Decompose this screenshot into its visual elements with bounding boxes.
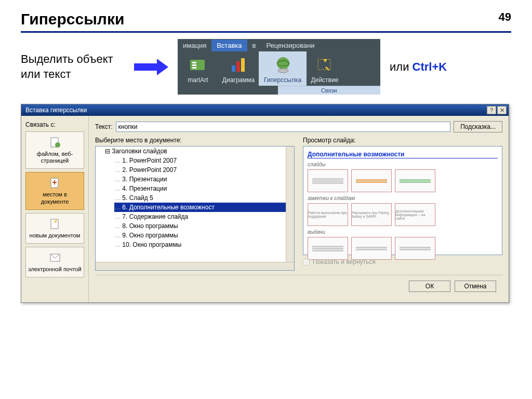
svg-rect-3 xyxy=(192,67,196,69)
svg-marker-11 xyxy=(325,66,329,71)
svg-point-14 xyxy=(55,142,60,148)
svg-rect-16 xyxy=(51,219,58,229)
globe-link-icon xyxy=(273,56,292,74)
linkto-label: Связать с: xyxy=(25,121,84,128)
svg-rect-1 xyxy=(192,62,196,63)
ribbon-hyperlink[interactable]: Гиперссылка xyxy=(259,51,307,86)
ribbon-hyperlink-label: Гиперссылка xyxy=(264,76,301,84)
or-shortcut: или Ctrl+K xyxy=(390,60,447,74)
cancel-button[interactable]: Отмена xyxy=(455,281,496,292)
tree-item[interactable]: 3. Презентации xyxy=(114,175,294,184)
ribbon-chart[interactable]: Диаграмма xyxy=(218,51,259,86)
tree-item[interactable]: 4. Презентации xyxy=(114,184,294,193)
svg-rect-6 xyxy=(241,58,245,72)
text-label: Текст: xyxy=(95,123,113,130)
ok-button[interactable]: ОК xyxy=(409,281,450,292)
tree-scrollbar-x[interactable] xyxy=(96,262,294,270)
tree-item[interactable]: 10. Окно программы xyxy=(114,240,294,249)
email-icon xyxy=(49,251,61,264)
dialog-title: Вставка гиперссылки xyxy=(25,107,87,114)
ribbon-smartart-label: martArt xyxy=(188,76,208,84)
tree-item[interactable]: 9. Окно программы xyxy=(114,231,294,240)
tree-item[interactable]: 8. Окно программы xyxy=(114,221,294,231)
chart-icon xyxy=(229,56,248,74)
ribbon-chart-label: Диаграмма xyxy=(222,76,255,84)
linkto-file-web[interactable]: файлом, веб-страницей xyxy=(25,131,84,169)
preview-thumb xyxy=(351,169,392,192)
svg-marker-12 xyxy=(323,59,327,62)
smartart-icon xyxy=(189,56,207,74)
ribbon-action-label: Действие xyxy=(311,76,339,84)
preview-thumb xyxy=(395,237,435,260)
tree-item[interactable]: 1. PowerPoint 2007 xyxy=(114,156,294,165)
new-doc-icon xyxy=(49,218,61,230)
svg-point-9 xyxy=(278,69,288,73)
ribbon-smartart[interactable]: martArt xyxy=(178,51,218,86)
display-text-input[interactable] xyxy=(116,122,451,132)
ribbon-tab-v[interactable]: в xyxy=(247,39,261,51)
ribbon-tab-insert[interactable]: Вставка xyxy=(211,39,247,51)
tree-item[interactable]: 6. Дополнительные возможност xyxy=(114,203,294,212)
svg-rect-2 xyxy=(192,64,196,66)
ribbon-fragment: имация Вставка в Рецензировани martArt Д… xyxy=(178,39,380,95)
svg-rect-4 xyxy=(232,65,235,72)
ribbon-tab-review[interactable]: Рецензировани xyxy=(261,39,320,51)
arrow-icon xyxy=(134,59,168,75)
close-button[interactable]: ✕ xyxy=(497,106,507,114)
linkto-email[interactable]: электронной почтой xyxy=(25,247,84,277)
show-return-checkbox xyxy=(303,259,310,265)
page-title: Гиперссылки xyxy=(21,10,511,33)
screentip-button[interactable]: Подсказка... xyxy=(454,121,502,132)
preview-thumb xyxy=(351,237,392,260)
svg-point-7 xyxy=(277,57,289,70)
ribbon-action[interactable]: Действие xyxy=(307,51,343,86)
file-web-icon xyxy=(49,136,61,149)
preview-thumb: Работа выполнена при поддержке xyxy=(308,203,348,226)
action-icon xyxy=(315,56,334,74)
svg-rect-5 xyxy=(236,61,240,72)
preview-thumb xyxy=(395,169,435,192)
insert-hyperlink-dialog: Вставка гиперссылки ? ✕ Связать с: файло… xyxy=(21,104,509,303)
tree-item[interactable]: 7. Содержание слайда xyxy=(114,212,294,221)
tree-label: Выберите место в документе: xyxy=(95,137,295,144)
intro-text: Выделить объект или текст xyxy=(21,52,125,82)
tree-scrollbar-y[interactable] xyxy=(286,147,294,262)
ribbon-tab-animation[interactable]: имация xyxy=(178,39,211,51)
preview-thumb: Рассказать про Panny, БаБку и ЗАФК! xyxy=(351,203,392,226)
preview-thumb xyxy=(308,237,348,260)
preview-thumb xyxy=(308,169,348,192)
headings-tree[interactable]: Заголовки слайдов 1. PowerPoint 20072. P… xyxy=(95,146,295,271)
preview-thumb: Дополнительная информация – на сайте xyxy=(395,203,435,226)
linkto-new-doc[interactable]: новым документом xyxy=(25,213,84,244)
preview-label: Просмотр слайда: xyxy=(303,137,502,144)
place-in-doc-icon xyxy=(49,177,61,189)
slide-preview: Дополнительные возможности слайды заметк… xyxy=(303,146,502,255)
page-number: 49 xyxy=(499,10,511,24)
preview-slide-title: Дополнительные возможности xyxy=(308,151,498,158)
ribbon-group-links: Связи xyxy=(278,86,380,95)
tree-root[interactable]: Заголовки слайдов xyxy=(105,147,294,156)
linkto-place-in-doc[interactable]: местом в документе xyxy=(25,172,84,209)
help-button[interactable]: ? xyxy=(487,106,496,114)
tree-item[interactable]: 2. PowerPoint 2007 xyxy=(114,165,294,175)
tree-item[interactable]: 5. Слайд 5 xyxy=(114,193,294,203)
